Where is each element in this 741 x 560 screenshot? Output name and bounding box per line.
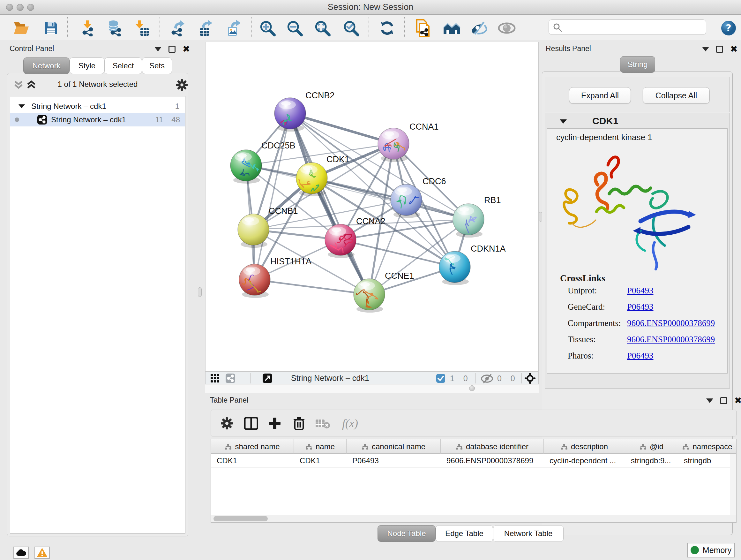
crosslink-link[interactable]: P06493: [627, 286, 654, 295]
tab-edge-table[interactable]: Edge Table: [435, 525, 493, 542]
toolbar-separator: [522, 373, 522, 383]
open-folder-icon[interactable]: [12, 19, 30, 37]
import-table-icon[interactable]: [132, 19, 150, 37]
column-header-namespace[interactable]: namespace: [678, 439, 737, 454]
tab-network[interactable]: Network: [23, 57, 70, 74]
network-edge[interactable]: [290, 113, 369, 294]
selected-checkbox-icon[interactable]: [436, 374, 446, 383]
float-panel-icon[interactable]: [169, 46, 176, 53]
show-eye-icon[interactable]: [498, 19, 516, 37]
help-icon[interactable]: ?: [720, 19, 738, 37]
save-session-icon[interactable]: [42, 19, 60, 37]
open-in-window-icon[interactable]: [262, 373, 273, 383]
network-canvas[interactable]: CCNB2CCNA1CDC25BCDK1CDC6RB1CCNB1CCNA2CDK…: [205, 42, 539, 372]
left-splitter-handle[interactable]: [198, 287, 202, 297]
zoom-fit-icon[interactable]: [313, 19, 331, 37]
tab-style[interactable]: Style: [70, 57, 105, 74]
network-edge[interactable]: [255, 280, 369, 294]
zoom-in-icon[interactable]: [259, 19, 276, 37]
column-header-name[interactable]: name: [294, 439, 347, 454]
crosslink-link[interactable]: 9606.ENSP00000378699: [627, 318, 715, 328]
panel-drag-handle[interactable]: [469, 385, 475, 391]
cloud-status-button[interactable]: [13, 547, 29, 559]
network-node-HIST1H1A[interactable]: [239, 264, 270, 298]
crosslink-link[interactable]: P06493: [627, 351, 654, 361]
close-panel-icon[interactable]: ✖: [183, 46, 190, 53]
birds-eye-grid-icon[interactable]: [211, 374, 219, 383]
tab-network-table[interactable]: Network Table: [493, 525, 563, 542]
table-cell[interactable]: stringdb: [678, 454, 737, 468]
scrollbar-thumb[interactable]: [213, 516, 268, 521]
table-vertical-scrollbar[interactable]: [730, 454, 736, 515]
panel-menu-icon[interactable]: [154, 47, 161, 51]
table-horizontal-scrollbar[interactable]: [211, 515, 737, 522]
column-header-database-identifier[interactable]: database identifier: [441, 439, 544, 454]
network-node-CDKN1A[interactable]: [439, 251, 470, 285]
zoom-selected-icon[interactable]: [342, 19, 360, 37]
node-table[interactable]: shared namenamecanonical namedatabase id…: [211, 439, 737, 523]
refresh-icon[interactable]: [378, 19, 396, 37]
crosshair-move-icon[interactable]: [525, 373, 536, 384]
network-row-selected[interactable]: String Network – cdk1 11 48: [10, 113, 185, 126]
panel-menu-icon[interactable]: [706, 398, 713, 403]
add-column-plus-icon[interactable]: [266, 415, 284, 432]
network-collection-row[interactable]: String Network – cdk1 1: [10, 100, 185, 113]
network-edge[interactable]: [290, 113, 394, 144]
collapse-all-button[interactable]: Collapse All: [643, 87, 710, 104]
delete-table-icon[interactable]: [314, 415, 332, 432]
column-header-canonical-name[interactable]: canonical name: [347, 439, 441, 454]
panel-menu-icon[interactable]: [702, 47, 709, 51]
function-builder-icon[interactable]: f(x): [337, 415, 363, 432]
float-panel-icon[interactable]: [716, 46, 723, 53]
column-header-@id[interactable]: @id: [625, 439, 678, 454]
table-cell[interactable]: stringdb:9...: [625, 454, 678, 468]
network-node-CCNE1[interactable]: [354, 279, 385, 313]
network-node-CDC6[interactable]: [391, 184, 424, 218]
close-panel-icon[interactable]: ✖: [730, 46, 738, 53]
network-share-tile-icon[interactable]: [225, 373, 235, 383]
table-cell[interactable]: P06493: [347, 454, 441, 468]
tab-sets[interactable]: Sets: [142, 57, 172, 74]
network-node-CDC25B[interactable]: [230, 150, 262, 184]
zoom-out-icon[interactable]: [286, 19, 304, 37]
network-node-CCNB2[interactable]: [274, 98, 306, 135]
table-settings-gear-icon[interactable]: [218, 415, 236, 432]
table-cell[interactable]: cyclin-dependent ...: [544, 454, 625, 468]
close-panel-icon[interactable]: ✖: [734, 397, 741, 404]
first-neighbors-houses-icon[interactable]: [443, 19, 461, 37]
network-list-gear-icon[interactable]: [176, 79, 188, 91]
network-node-CCNA2[interactable]: [325, 224, 356, 260]
memory-button[interactable]: Memory: [687, 543, 735, 557]
delete-column-trash-icon[interactable]: [290, 415, 308, 432]
warning-status-button[interactable]: [35, 547, 50, 559]
export-image-icon[interactable]: [225, 19, 243, 37]
export-network-icon[interactable]: [169, 19, 187, 37]
column-header-description[interactable]: description: [544, 439, 625, 454]
table-cell[interactable]: CDK1: [211, 454, 294, 468]
table-cell[interactable]: CDK1: [294, 454, 347, 468]
table-row[interactable]: CDK1CDK1P064939606.ENSP00000378699cyclin…: [211, 454, 737, 468]
expand-all-button[interactable]: Expand All: [569, 87, 631, 104]
network-node-CCNA1[interactable]: [378, 128, 409, 162]
export-table-icon[interactable]: [197, 19, 215, 37]
network-node-RB1[interactable]: [453, 204, 484, 239]
tab-select[interactable]: Select: [105, 57, 142, 74]
show-columns-icon[interactable]: [242, 415, 260, 432]
crosslink-link[interactable]: P06493: [627, 302, 654, 312]
section-collapse-icon[interactable]: [559, 118, 567, 125]
network-node-CCNB1[interactable]: [238, 214, 269, 248]
tree-expander-icon[interactable]: [18, 103, 25, 110]
column-header-shared-name[interactable]: shared name: [211, 439, 294, 454]
hide-selected-eye-icon[interactable]: [470, 19, 488, 37]
crosslink-label: Compartments:: [568, 318, 627, 328]
import-network-icon[interactable]: [79, 19, 97, 37]
share-document-icon[interactable]: [414, 19, 432, 37]
search-input[interactable]: [565, 20, 703, 34]
tab-node-table[interactable]: Node Table: [378, 525, 435, 542]
crosslink-link[interactable]: 9606.ENSP00000378699: [627, 334, 715, 344]
search-box: [549, 19, 706, 35]
import-database-icon[interactable]: [105, 19, 123, 37]
tab-string[interactable]: String: [620, 56, 655, 73]
float-panel-icon[interactable]: [720, 397, 727, 404]
table-cell[interactable]: 9606.ENSP00000378699: [441, 454, 544, 468]
